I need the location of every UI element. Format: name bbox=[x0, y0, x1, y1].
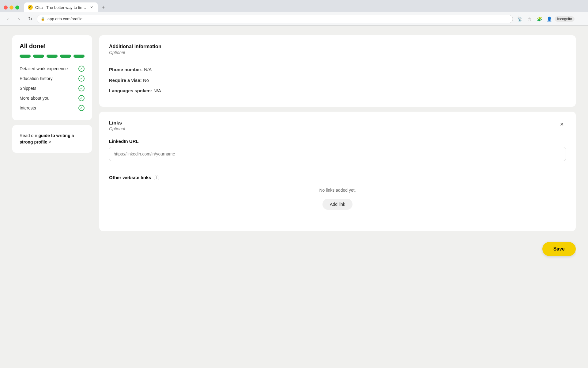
forward-button[interactable]: › bbox=[15, 15, 23, 23]
check-education-icon: ✓ bbox=[78, 75, 85, 82]
sidebar: All done! Detailed work experience ✓ Edu… bbox=[12, 35, 92, 359]
extension-icon[interactable]: 🧩 bbox=[535, 15, 544, 23]
back-button[interactable]: ‹ bbox=[4, 15, 12, 23]
phone-label: Phone number: bbox=[109, 67, 143, 72]
links-header: Links Optional ✕ bbox=[109, 120, 566, 131]
check-about-icon: ✓ bbox=[78, 95, 85, 101]
save-button[interactable]: Save bbox=[542, 242, 576, 256]
save-area: Save bbox=[99, 236, 576, 262]
bottom-divider bbox=[109, 222, 566, 222]
new-tab-button[interactable]: + bbox=[99, 3, 107, 12]
languages-row: Languages spoken: N/A bbox=[109, 87, 566, 94]
visa-value: No bbox=[143, 78, 149, 83]
bookmark-icon[interactable]: ☆ bbox=[525, 15, 534, 23]
tab-favicon: O bbox=[28, 5, 33, 10]
links-title: Links bbox=[109, 120, 125, 126]
section-divider bbox=[109, 61, 566, 61]
checklist-item-interests: Interests ✓ bbox=[20, 103, 85, 113]
cast-icon: 📡 bbox=[515, 15, 524, 23]
checklist-item-about: More about you ✓ bbox=[20, 93, 85, 103]
languages-value: N/A bbox=[153, 88, 161, 93]
progress-bar-1 bbox=[20, 55, 31, 58]
visa-row: Require a visa: No bbox=[109, 77, 566, 84]
check-work-icon: ✓ bbox=[78, 66, 85, 72]
window-close-button[interactable] bbox=[4, 6, 8, 10]
check-snippets-icon: ✓ bbox=[78, 85, 85, 91]
lock-icon: 🔒 bbox=[41, 17, 45, 21]
reload-button[interactable]: ↻ bbox=[26, 15, 34, 23]
checklist-item-work: Detailed work experience ✓ bbox=[20, 64, 85, 74]
progress-bar-4 bbox=[60, 55, 71, 58]
phone-row: Phone number: N/A bbox=[109, 66, 566, 73]
tab-close-button[interactable]: ✕ bbox=[89, 5, 94, 10]
checklist-work-label: Detailed work experience bbox=[20, 66, 68, 71]
window-maximize-button[interactable] bbox=[15, 6, 19, 10]
external-link-icon: ↗ bbox=[48, 140, 51, 145]
linkedin-label: LinkedIn URL bbox=[109, 139, 566, 144]
checklist-education-label: Education history bbox=[20, 76, 52, 81]
address-bar[interactable]: 🔒 app.otta.com/profile bbox=[37, 15, 513, 23]
additional-info-card: Additional information Optional Phone nu… bbox=[99, 35, 576, 107]
add-link-button[interactable]: Add link bbox=[322, 199, 352, 210]
main-content: Additional information Optional Phone nu… bbox=[99, 35, 576, 359]
progress-bar-5 bbox=[74, 55, 85, 58]
progress-bars bbox=[20, 55, 85, 58]
links-subtitle: Optional bbox=[109, 126, 125, 131]
additional-info-title: Additional information bbox=[109, 44, 566, 49]
phone-value: N/A bbox=[144, 67, 152, 72]
checklist-about-label: More about you bbox=[20, 96, 49, 101]
incognito-label: Incognito bbox=[557, 17, 572, 21]
check-interests-icon: ✓ bbox=[78, 105, 85, 111]
checklist-item-snippets: Snippets ✓ bbox=[20, 83, 85, 93]
other-links-row: Other website links i bbox=[109, 175, 566, 180]
checklist-snippets-label: Snippets bbox=[20, 86, 36, 91]
no-links-text: No links added yet. bbox=[109, 188, 566, 193]
links-title-group: Links Optional bbox=[109, 120, 125, 131]
checklist-item-education: Education history ✓ bbox=[20, 74, 85, 83]
linkedin-input[interactable] bbox=[109, 147, 566, 161]
guide-card: Read our guide to writing a strong profi… bbox=[12, 125, 92, 153]
tab-title: Otta - The better way to find a bbox=[35, 5, 87, 10]
other-links-info-button[interactable]: i bbox=[154, 175, 159, 180]
progress-bar-3 bbox=[47, 55, 58, 58]
checklist-interests-label: Interests bbox=[20, 105, 36, 110]
additional-info-subtitle: Optional bbox=[109, 50, 566, 55]
url-text: app.otta.com/profile bbox=[47, 17, 82, 21]
visa-label: Require a visa: bbox=[109, 78, 142, 83]
links-close-button[interactable]: ✕ bbox=[557, 120, 566, 129]
menu-button[interactable]: ⋮ bbox=[576, 15, 584, 23]
progress-bar-2 bbox=[33, 55, 44, 58]
links-divider bbox=[109, 166, 566, 166]
guide-prefix: Read our bbox=[20, 133, 38, 138]
other-links-label: Other website links bbox=[109, 175, 151, 180]
profile-icon[interactable]: 👤 bbox=[545, 15, 553, 23]
links-card: Links Optional ✕ LinkedIn URL Other webs… bbox=[99, 112, 576, 231]
languages-label: Languages spoken: bbox=[109, 88, 152, 93]
all-done-title: All done! bbox=[20, 43, 85, 50]
incognito-badge: Incognito bbox=[555, 16, 575, 22]
all-done-card: All done! Detailed work experience ✓ Edu… bbox=[12, 35, 92, 120]
window-minimize-button[interactable] bbox=[9, 6, 13, 10]
active-tab[interactable]: O Otta - The better way to find a ✕ bbox=[24, 2, 98, 12]
